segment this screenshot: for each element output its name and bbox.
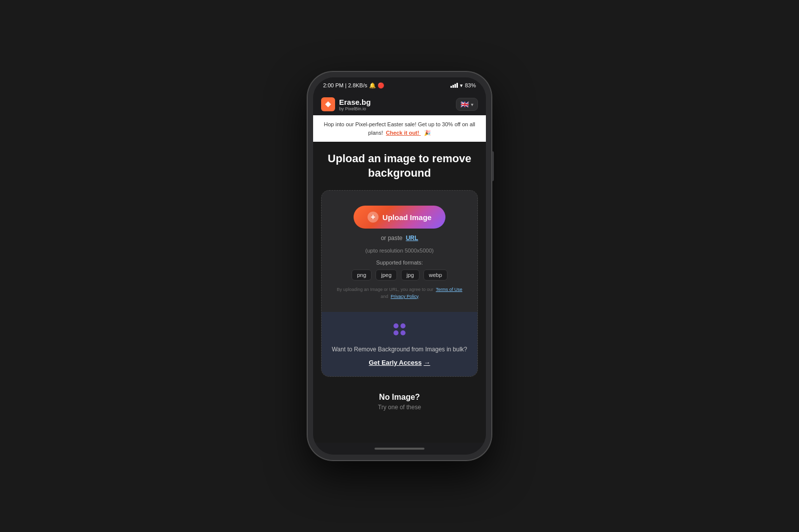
phone-frame: 2:00 PM | 2.8KB/s 🔔 🔴 ▾ 83% — [307, 71, 492, 461]
bottom-bar — [313, 443, 486, 455]
no-image-title: No Image? — [321, 393, 478, 402]
logo-icon — [321, 97, 335, 111]
wifi-icon: ▾ — [460, 82, 463, 89]
bulk-section: Want to Remove Background from Images in… — [322, 312, 477, 376]
early-access-link[interactable]: Get Early Access → — [369, 359, 430, 366]
promo-emoji: 🎉 — [424, 130, 431, 136]
app-name: Erase.bg — [339, 98, 371, 106]
language-selector[interactable]: 🇬🇧 ▾ — [456, 98, 478, 111]
promo-banner: Hop into our Pixel-perfect Easter sale! … — [313, 115, 486, 142]
upload-button-label: Upload Image — [383, 213, 431, 222]
svg-point-3 — [400, 323, 405, 328]
promo-text: Hop into our Pixel-perfect Easter sale! … — [321, 120, 478, 137]
signal-icon — [450, 83, 458, 88]
phone-screen: 2:00 PM | 2.8KB/s 🔔 🔴 ▾ 83% — [313, 77, 486, 455]
flag-icon: 🇬🇧 — [460, 100, 469, 108]
terms-text: By uploading an Image or URL, you agree … — [332, 286, 467, 300]
chevron-down-icon: ▾ — [471, 102, 473, 107]
home-indicator — [375, 448, 424, 450]
privacy-policy-link[interactable]: Privacy Policy — [391, 294, 418, 299]
bulk-icon — [392, 322, 407, 340]
app-subtitle: by PixelBin.io — [339, 106, 371, 111]
format-badges: png jpeg jpg webp — [332, 269, 467, 280]
early-access-label: Get Early Access — [369, 359, 422, 366]
battery-indicator: 83% — [465, 82, 476, 88]
status-time-speed: 2:00 PM | 2.8KB/s 🔔 🔴 — [323, 82, 385, 89]
promo-link[interactable]: Check it out! — [386, 130, 421, 136]
terms-of-use-link[interactable]: Terms of Use — [436, 287, 462, 292]
svg-point-2 — [394, 323, 399, 328]
format-badge-jpg: jpg — [401, 269, 419, 280]
format-badge-webp: webp — [423, 269, 447, 280]
main-content: Upload an image to remove background + U… — [313, 142, 486, 443]
logo-area: Erase.bg by PixelBin.io — [321, 97, 371, 111]
formats-label: Supported formats: — [332, 260, 467, 266]
plus-icon: + — [368, 212, 379, 223]
page-title: Upload an image to remove background — [321, 152, 478, 180]
status-icons: ▾ 83% — [450, 82, 476, 89]
upload-area: + Upload Image or paste URL (upto resolu… — [322, 191, 477, 312]
logo-text: Erase.bg by PixelBin.io — [339, 98, 371, 111]
status-bar: 2:00 PM | 2.8KB/s 🔔 🔴 ▾ 83% — [313, 77, 486, 93]
bulk-text: Want to Remove Background from Images in… — [332, 345, 467, 354]
svg-rect-1 — [327, 103, 330, 106]
svg-point-4 — [394, 330, 399, 335]
try-one-text: Try one of these — [321, 404, 478, 411]
resolution-text: (upto resolution 5000x5000) — [366, 248, 434, 254]
paste-url-text: or paste URL — [381, 235, 418, 242]
arrow-icon: → — [423, 359, 430, 366]
app-header: Erase.bg by PixelBin.io 🇬🇧 ▾ — [313, 93, 486, 115]
paste-url-link[interactable]: URL — [406, 235, 418, 242]
svg-point-5 — [400, 330, 405, 335]
no-image-section: No Image? Try one of these — [321, 385, 478, 415]
format-badge-png: png — [352, 269, 372, 280]
upload-image-button[interactable]: + Upload Image — [354, 206, 445, 229]
supported-formats: Supported formats: png jpeg jpg webp — [332, 260, 467, 280]
format-badge-jpeg: jpeg — [376, 269, 397, 280]
upload-container: + Upload Image or paste URL (upto resolu… — [321, 190, 478, 377]
